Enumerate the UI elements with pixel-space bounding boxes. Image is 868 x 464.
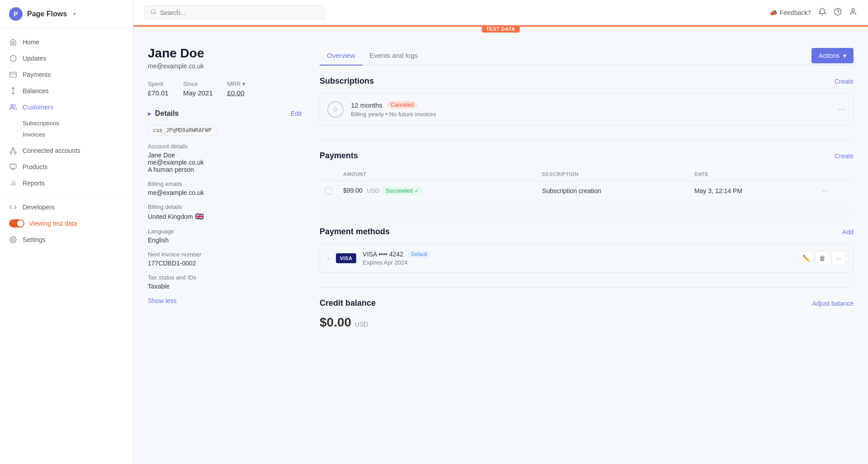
sidebar-logo[interactable]: P Page Flows ▾ (0, 0, 133, 28)
subscription-more-icon[interactable]: ··· (838, 104, 846, 114)
topbar: 📣 Feedback? (133, 0, 868, 25)
row-checkbox[interactable] (325, 187, 332, 194)
payment-methods-add-link[interactable]: Add (842, 228, 854, 236)
subscriptions-title: Subscriptions (320, 76, 374, 86)
billing-details-group: Billing details United Kingdom 🇬🇧 (148, 204, 302, 221)
mrr-value: £0.00 (227, 89, 245, 97)
settings-icon (9, 236, 17, 244)
row-more-icon[interactable]: ··· (822, 187, 828, 194)
show-less-link[interactable]: Show less (148, 297, 177, 304)
help-icon[interactable] (834, 8, 842, 18)
credit-balance-section: Credit balance Adjust balance $0.00 USD (320, 298, 854, 330)
sidebar-item-connected-accounts[interactable]: Connected accounts (0, 142, 133, 159)
credit-amount-value: $0.00 (320, 315, 351, 330)
adjust-balance-link[interactable]: Adjust balance (812, 300, 854, 307)
sidebar-item-label: Developers (23, 204, 55, 211)
billing-emails-group: Billing emails me@example.co.uk (148, 180, 302, 196)
sidebar-item-home[interactable]: Home (0, 34, 133, 50)
credit-balance-amount: $0.00 USD (320, 315, 854, 330)
details-header: ▶ Details Edit (148, 109, 302, 118)
pm-delete-button[interactable]: 🗑 (815, 251, 830, 265)
column-amount: AMOUNT (338, 168, 537, 181)
spent-value: £70.01 (148, 89, 169, 97)
pm-expiry: Expires Apr 2024 (363, 259, 793, 266)
section-divider-2 (320, 216, 854, 216)
search-bar[interactable] (144, 5, 325, 19)
subscriptions-create-link[interactable]: Create (835, 78, 854, 85)
search-icon (150, 9, 156, 16)
pm-chevron-icon[interactable]: › (327, 255, 330, 262)
payments-title: Payments (320, 151, 358, 161)
topbar-actions: 📣 Feedback? (769, 8, 857, 18)
right-panel: Overview Events and logs Actions ▾ Subsc… (320, 46, 854, 344)
notifications-icon[interactable] (818, 8, 826, 18)
column-checkbox (320, 168, 338, 181)
succeeded-badge: Succeeded ✓ (381, 186, 424, 195)
subscription-title-row: 12 months Canceled (351, 101, 830, 109)
viewing-test-label: Viewing test data (29, 220, 77, 227)
row-more-cell: ··· (817, 181, 854, 201)
payments-header: Payments Create (320, 151, 854, 161)
svg-line-20 (155, 13, 156, 14)
sidebar-item-label: Products (23, 163, 47, 170)
trash-icon: 🗑 (819, 255, 826, 262)
since-value: May 2021 (183, 89, 213, 97)
column-description: DESCRIPTION (537, 168, 689, 181)
mrr-chevron-icon[interactable]: ▾ (242, 80, 245, 87)
search-input[interactable] (160, 9, 319, 16)
sidebar-item-subscriptions[interactable]: Subscriptions (23, 118, 133, 129)
sidebar-item-developers[interactable]: Developers (0, 199, 133, 215)
pm-card-number: VISA •••• 4242 (363, 251, 403, 258)
row-date-cell: May 3, 12:14 PM (689, 181, 817, 201)
payment-methods-title: Payment methods (320, 227, 390, 237)
app-dropdown-icon[interactable]: ▾ (73, 11, 76, 17)
content-inner: Jane Doe me@example.co.uk Spent £70.01 S… (133, 28, 868, 362)
edit-link[interactable]: Edit (291, 110, 302, 117)
toggle-knob (17, 220, 24, 227)
account-desc: A human person (148, 166, 302, 173)
actions-chevron-icon: ▾ (843, 52, 846, 59)
pm-info: VISA •••• 4242 Default Expires Apr 2024 (363, 251, 793, 266)
credit-balance-header: Credit balance Adjust balance (320, 298, 854, 308)
customer-id-badge: cus_JPqMD0aRWRAFWP (148, 125, 217, 136)
tab-events-and-logs[interactable]: Events and logs (363, 46, 425, 66)
sidebar-item-invoices[interactable]: Invoices (23, 129, 133, 140)
sidebar-item-updates[interactable]: Updates (0, 50, 133, 66)
row-amount-cell: $99.00 USD Succeeded ✓ (338, 181, 537, 201)
column-actions (817, 168, 854, 181)
toggle-switch-icon[interactable] (9, 219, 24, 227)
sidebar-item-settings[interactable]: Settings (0, 232, 133, 248)
svg-point-18 (12, 239, 14, 241)
tab-overview[interactable]: Overview (320, 46, 363, 66)
stat-spent: Spent £70.01 (148, 80, 169, 97)
customer-stats: Spent £70.01 Since May 2021 MRR ▾ £0.0 (148, 80, 302, 97)
table-row: $99.00 USD Succeeded ✓ Subscription crea… (320, 181, 854, 201)
sidebar-item-products[interactable]: Products (0, 159, 133, 175)
flag-icon: 🇬🇧 (195, 213, 204, 220)
actions-button[interactable]: Actions ▾ (811, 48, 854, 63)
viewing-test-data-toggle[interactable]: Viewing test data (0, 215, 133, 232)
balances-icon (9, 87, 17, 95)
language-value: English (148, 237, 302, 244)
svg-point-7 (12, 147, 14, 149)
pm-more-button[interactable]: ··· (831, 251, 846, 265)
sidebar-item-customers[interactable]: Customers (0, 99, 133, 115)
pm-actions: ✏️ 🗑 ··· (799, 251, 846, 265)
sidebar-item-balances[interactable]: Balances (0, 83, 133, 99)
sidebar-item-reports[interactable]: Reports (0, 175, 133, 191)
sidebar-item-payments[interactable]: Payments (0, 66, 133, 83)
tax-value: Taxable (148, 283, 302, 290)
payments-create-link[interactable]: Create (835, 152, 854, 160)
details-triangle-icon: ▶ (148, 111, 151, 116)
user-icon[interactable] (849, 8, 857, 18)
svg-point-6 (11, 104, 13, 107)
row-checkbox-cell (320, 181, 338, 201)
feedback-button[interactable]: 📣 Feedback? (769, 9, 811, 16)
pm-edit-button[interactable]: ✏️ (799, 251, 813, 265)
updates-icon (9, 54, 17, 62)
payment-method-card: › VISA VISA •••• 4242 Default (320, 244, 854, 273)
subscription-status-badge: Canceled (387, 101, 417, 109)
customers-icon (9, 103, 17, 111)
stat-mrr: MRR ▾ £0.00 (227, 80, 245, 97)
megaphone-icon: 📣 (769, 9, 777, 16)
